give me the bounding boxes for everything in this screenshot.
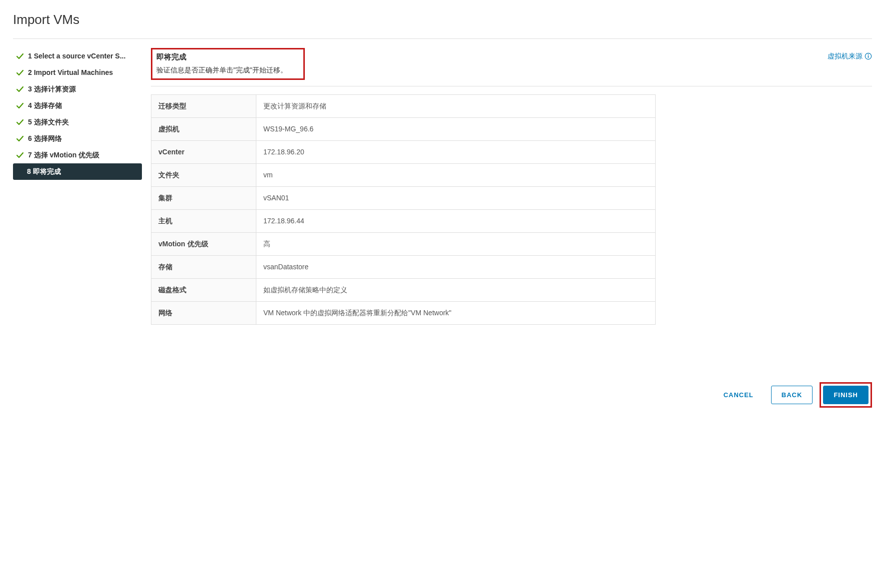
summary-value: 172.18.96.44 <box>256 209 656 232</box>
step-label: 3 选择计算资源 <box>28 84 76 94</box>
wizard-step-8[interactable]: 8 即将完成 <box>13 163 142 180</box>
vm-source-link[interactable]: 虚拟机来源 <box>828 51 872 61</box>
check-icon <box>15 69 25 77</box>
wizard-dialog: Import VMs 1 Select a source vCenter S..… <box>0 0 885 418</box>
table-row: 文件夹vm <box>151 163 656 186</box>
summary-key: 虚拟机 <box>151 117 256 140</box>
wizard-step-2[interactable]: 2 Import Virtual Machines <box>13 64 142 81</box>
step-label: 6 选择网络 <box>28 133 62 144</box>
summary-key: 文件夹 <box>151 163 256 186</box>
svg-rect-2 <box>868 55 869 58</box>
main-panel: 即将完成 验证信息是否正确并单击"完成"开始迁移。 虚拟机来源 迁移类型更改计算… <box>151 48 872 408</box>
wizard-step-7[interactable]: 7 选择 vMotion 优先级 <box>13 147 142 163</box>
summary-key: vMotion 优先级 <box>151 232 256 255</box>
table-row: 存储vsanDatastore <box>151 255 656 278</box>
footer-actions: CANCEL BACK FINISH <box>151 374 872 408</box>
svg-point-1 <box>868 54 869 55</box>
check-icon <box>15 151 25 159</box>
summary-key: 存储 <box>151 255 256 278</box>
summary-key: 主机 <box>151 209 256 232</box>
section-subtitle: 验证信息是否正确并单击"完成"开始迁移。 <box>156 65 298 75</box>
table-row: 虚拟机WS19-MG_96.6 <box>151 117 656 140</box>
table-row: vCenter172.18.96.20 <box>151 140 656 163</box>
finish-button[interactable]: FINISH <box>823 386 869 404</box>
table-row: 迁移类型更改计算资源和存储 <box>151 94 656 117</box>
step-label: 4 选择存储 <box>28 100 62 111</box>
check-icon <box>15 52 25 60</box>
table-row: 网络VM Network 中的虚拟网络适配器将重新分配给"VM Network" <box>151 301 656 324</box>
summary-key: 网络 <box>151 301 256 324</box>
wizard-steps-list: 1 Select a source vCenter S... 2 Import … <box>13 48 142 408</box>
summary-value: 更改计算资源和存储 <box>256 94 656 117</box>
summary-value: 172.18.96.20 <box>256 140 656 163</box>
summary-value: WS19-MG_96.6 <box>256 117 656 140</box>
summary-key: 迁移类型 <box>151 94 256 117</box>
vm-source-link-label: 虚拟机来源 <box>828 51 863 61</box>
summary-key: 磁盘格式 <box>151 278 256 301</box>
back-button[interactable]: BACK <box>771 386 813 404</box>
page-title: Import VMs <box>13 10 872 29</box>
check-icon <box>15 118 25 126</box>
section-title: 即将完成 <box>156 51 298 63</box>
info-icon <box>865 52 872 60</box>
check-icon <box>15 85 25 93</box>
summary-value: 高 <box>256 232 656 255</box>
highlight-box-header: 即将完成 验证信息是否正确并单击"完成"开始迁移。 <box>151 48 305 80</box>
wizard-step-5[interactable]: 5 选择文件夹 <box>13 114 142 130</box>
summary-key: 集群 <box>151 186 256 209</box>
step-label: 8 即将完成 <box>27 166 61 177</box>
table-row: vMotion 优先级高 <box>151 232 656 255</box>
table-row: 磁盘格式如虚拟机存储策略中的定义 <box>151 278 656 301</box>
check-icon <box>15 102 25 110</box>
step-label: 5 选择文件夹 <box>28 117 69 127</box>
summary-value: VM Network 中的虚拟网络适配器将重新分配给"VM Network" <box>256 301 656 324</box>
step-label: 1 Select a source vCenter S... <box>28 51 125 61</box>
summary-table: 迁移类型更改计算资源和存储 虚拟机WS19-MG_96.6 vCenter172… <box>151 94 656 325</box>
wizard-step-1[interactable]: 1 Select a source vCenter S... <box>13 48 142 64</box>
table-row: 集群vSAN01 <box>151 186 656 209</box>
wizard-step-4[interactable]: 4 选择存储 <box>13 97 142 114</box>
check-icon <box>15 135 25 143</box>
summary-key: vCenter <box>151 140 256 163</box>
summary-value: vm <box>256 163 656 186</box>
highlight-box-finish: FINISH <box>820 382 872 408</box>
table-row: 主机172.18.96.44 <box>151 209 656 232</box>
divider <box>13 38 872 39</box>
summary-value: vSAN01 <box>256 186 656 209</box>
main-header: 即将完成 验证信息是否正确并单击"完成"开始迁移。 虚拟机来源 <box>151 48 872 86</box>
wizard-step-6[interactable]: 6 选择网络 <box>13 130 142 147</box>
cancel-button[interactable]: CANCEL <box>713 386 764 404</box>
summary-value: vsanDatastore <box>256 255 656 278</box>
step-label: 7 选择 vMotion 优先级 <box>28 150 99 160</box>
content-area: 1 Select a source vCenter S... 2 Import … <box>13 48 872 408</box>
summary-value: 如虚拟机存储策略中的定义 <box>256 278 656 301</box>
wizard-step-3[interactable]: 3 选择计算资源 <box>13 81 142 97</box>
step-label: 2 Import Virtual Machines <box>28 67 113 78</box>
